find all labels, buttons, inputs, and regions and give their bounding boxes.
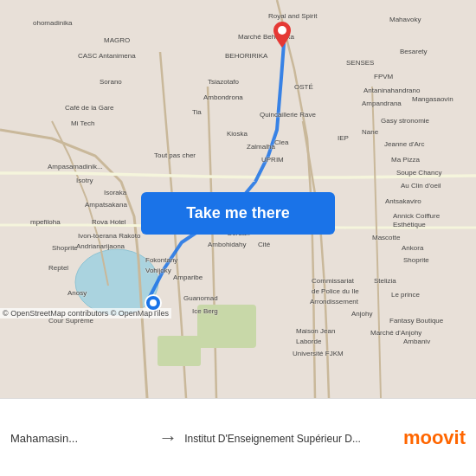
- destination-pin: [273, 22, 291, 51]
- moovit-logo-image: moovit: [403, 427, 466, 449]
- moovit-text: moovit: [403, 427, 466, 449]
- svg-point-4: [278, 26, 286, 35]
- moovit-logo: moovit: [403, 427, 466, 449]
- svg-rect-2: [197, 305, 256, 348]
- route-to: Institut D'Enseignement Supérieur D...: [184, 430, 396, 446]
- take-me-there-button[interactable]: Take me there: [141, 192, 335, 235]
- svg-rect-3: [158, 336, 201, 366]
- map-container[interactable]: MahavokyRoyal and SpiritohomadinikaMAGRO…: [0, 0, 476, 398]
- arrow-icon: →: [158, 427, 177, 449]
- route-from: Mahamasin...: [10, 430, 151, 446]
- bottom-bar: Mahamasin... → Institut D'Enseignement S…: [0, 398, 476, 476]
- route-to-text: Institut D'Enseignement Supérieur D...: [184, 433, 361, 445]
- svg-point-6: [150, 299, 157, 306]
- route-from-text: Mahamasin...: [10, 432, 78, 445]
- origin-pin: [145, 294, 162, 315]
